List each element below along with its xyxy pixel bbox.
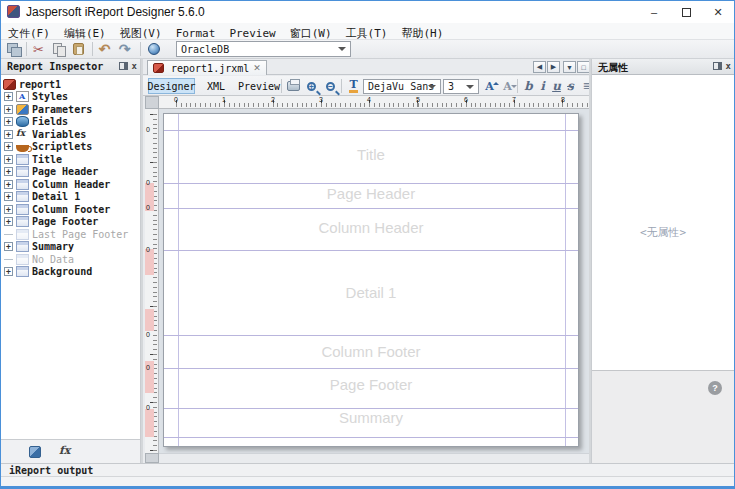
help-icon[interactable]: ? (708, 381, 722, 395)
formula-icon[interactable]: fx (59, 444, 70, 457)
tree-item-title[interactable]: +Title (1, 153, 62, 165)
format-tools-icon[interactable]: T (345, 78, 362, 94)
band-icon (16, 204, 29, 215)
tree-item-summary[interactable]: +Summary (1, 241, 74, 253)
ruler-zero: 0 (146, 204, 150, 211)
band-separator-line (164, 250, 578, 251)
dock-panel-icon[interactable] (713, 62, 722, 70)
minimize-button[interactable]: – (638, 1, 670, 23)
font-size-value: 3 (448, 81, 454, 92)
tree-item-page-header[interactable]: +Page Header (1, 166, 98, 178)
shrink-font-icon[interactable]: A (499, 78, 516, 94)
menu-item-preview[interactable]: Preview (222, 25, 282, 40)
band-separator-line (164, 208, 578, 209)
tree-item-no-data[interactable]: No Data (1, 253, 74, 265)
band-icon (16, 166, 29, 177)
tab-list-dropdown-icon[interactable]: ▼ (563, 61, 576, 73)
main-toolbar: ✂ ↶ ↷ OracleDB 搜索 (Ctrl+I) (1, 40, 734, 59)
properties-panel: 无属性 x <无属性> ? (591, 59, 734, 463)
tree-item-label: Styles (32, 91, 68, 102)
toolbar-separator (281, 79, 282, 93)
paste-icon[interactable] (70, 41, 87, 57)
undo-icon[interactable]: ↶ (96, 41, 113, 57)
ruler-number: 4 (367, 96, 371, 103)
tree-item-variables[interactable]: +Variables (1, 128, 86, 140)
copy-icon[interactable] (50, 41, 67, 57)
close-button[interactable]: ✕ (702, 1, 734, 23)
scroll-tabs-left-icon[interactable]: ◀ (533, 61, 546, 73)
tree-item-report1[interactable]: report1 (1, 78, 61, 90)
menu-item-format[interactable]: Format (169, 25, 223, 40)
menu-item-窗口-w[interactable]: 窗口(W) (283, 24, 339, 41)
tree-item-page-footer[interactable]: +Page Footer (1, 216, 98, 228)
close-properties-icon[interactable]: x (726, 62, 731, 70)
toolbar-separator (140, 42, 141, 56)
tree-item-scriptlets[interactable]: +Scriptlets (1, 141, 92, 153)
expand-icon[interactable]: + (4, 92, 13, 101)
expand-icon[interactable]: + (4, 105, 13, 114)
expand-icon[interactable]: + (4, 155, 13, 164)
datasource-select[interactable]: OracleDB (176, 41, 351, 57)
scroll-tabs-right-icon[interactable]: ▶ (547, 61, 560, 73)
menu-item-帮助-h[interactable]: 帮助(H) (394, 24, 450, 41)
properties-title: 无属性 (598, 62, 628, 73)
tree-item-column-header[interactable]: +Column Header (1, 178, 110, 190)
expand-icon[interactable]: + (4, 180, 13, 189)
properties-header: 无属性 x (592, 59, 734, 75)
tree-item-detail-1[interactable]: +Detail 1 (1, 191, 80, 203)
tree-item-last-page-footer[interactable]: Last Page Footer (1, 228, 128, 240)
expand-icon[interactable]: + (4, 267, 13, 276)
grow-font-icon[interactable]: A (481, 78, 498, 94)
menu-item-文件-f[interactable]: 文件(F) (1, 24, 57, 41)
menu-item-编辑-e[interactable]: 编辑(E) (57, 24, 113, 41)
menu-item-视图-v[interactable]: 视图(V) (113, 24, 169, 41)
close-panel-icon[interactable]: x (132, 62, 137, 70)
zoom-out-icon[interactable]: − (322, 78, 339, 94)
expand-icon[interactable]: + (4, 117, 13, 126)
tree-item-label: Scriptlets (32, 141, 92, 152)
tree-item-column-footer[interactable]: +Column Footer (1, 203, 110, 215)
horizontal-scrollbar[interactable] (159, 453, 589, 463)
report-query-icon[interactable] (285, 78, 302, 94)
view-tab-xml[interactable]: XML (197, 78, 235, 94)
font-size-select[interactable]: 3 (443, 79, 479, 94)
expand-icon[interactable]: + (4, 142, 13, 151)
band-label-summary: Summary (164, 409, 578, 426)
minimize-panel-icon[interactable] (119, 62, 128, 70)
datasource-icon[interactable] (145, 41, 162, 57)
tree-item-fields[interactable]: +Fields (1, 116, 68, 128)
expand-icon[interactable]: + (4, 167, 13, 176)
cut-icon[interactable]: ✂ (30, 41, 47, 57)
font-name-select[interactable]: DejaVu Sans (363, 79, 441, 94)
menu-item-工具-t[interactable]: 工具(T) (339, 24, 395, 41)
report-page[interactable]: TitlePage HeaderColumn HeaderDetail 1Col… (163, 113, 579, 447)
inspector-filter-icon[interactable] (29, 446, 41, 458)
design-canvas[interactable]: TitlePage HeaderColumn HeaderDetail 1Col… (159, 109, 589, 453)
ruler-number: 3 (319, 96, 323, 103)
tree-item-styles[interactable]: +Styles (1, 91, 68, 103)
tree-item-background[interactable]: +Background (1, 266, 92, 278)
expand-icon[interactable]: + (4, 192, 13, 201)
close-tab-icon[interactable]: ✕ (253, 64, 261, 73)
strikethrough-icon[interactable]: s (562, 78, 579, 94)
document-tab[interactable]: report1.jrxml ✕ (147, 60, 267, 75)
cascade-windows-icon[interactable] (5, 41, 22, 57)
ruler-corner (145, 96, 159, 109)
zoom-in-icon[interactable]: + (303, 78, 320, 94)
properties-body: <无属性> (592, 75, 734, 369)
redo-icon[interactable]: ↷ (116, 41, 133, 57)
expand-icon[interactable]: + (4, 130, 13, 139)
document-area: report1.jrxml ✕ ◀ ▶ ▼ □ + − T DejaVu San… (143, 59, 589, 463)
expand-icon[interactable]: + (4, 205, 13, 214)
view-tab-preview[interactable]: Preview (237, 78, 281, 94)
ruler-zero: 0 (146, 179, 150, 186)
ruler-zero: 0 (146, 404, 150, 411)
expand-icon[interactable]: + (4, 242, 13, 251)
view-tab-designer[interactable]: Designer (148, 78, 195, 94)
band-icon (16, 191, 29, 202)
expand-icon[interactable]: + (4, 217, 13, 226)
band-label-detail-1: Detail 1 (164, 284, 578, 301)
maximize-button[interactable] (670, 1, 702, 23)
tree-item-parameters[interactable]: +Parameters (1, 103, 92, 115)
tree-item-label: Detail 1 (32, 191, 80, 202)
